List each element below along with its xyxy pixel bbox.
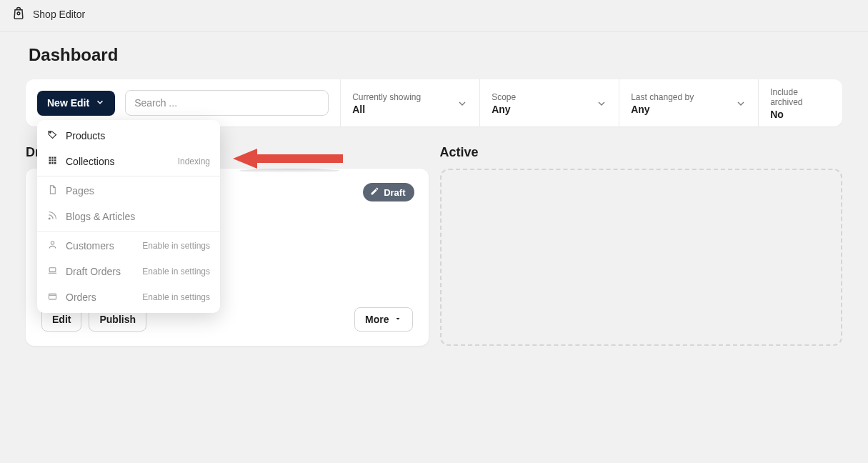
app-logo-icon [11,6,26,23]
indexing-hint: Indexing [178,156,210,166]
dropdown-item-draft-orders: Draft Orders Enable in settings [37,259,220,284]
page-icon [47,184,58,197]
svg-point-2 [50,132,51,134]
caret-down-icon [394,314,402,325]
svg-rect-4 [51,157,54,159]
tag-icon [47,129,58,142]
page-title: Dashboard [29,45,839,65]
laptop-icon [47,265,58,278]
filter-currently-showing[interactable]: Currently showing All [340,79,479,126]
svg-point-0 [17,12,20,15]
more-button[interactable]: More [354,307,412,332]
new-edit-button[interactable]: New Edit [37,91,115,116]
svg-rect-11 [54,162,56,164]
chevron-down-icon [735,98,747,109]
svg-rect-8 [54,159,56,161]
dropdown-separator [37,176,220,176]
box-icon [47,291,58,304]
svg-rect-10 [51,162,54,164]
svg-rect-3 [49,157,51,159]
rss-icon [47,210,58,223]
svg-point-13 [51,242,54,244]
app-title: Shop Editor [33,9,85,20]
filter-last-changed-by[interactable]: Last changed by Any [619,79,758,126]
dropdown-item-customers: Customers Enable in settings [37,233,220,259]
dropdown-item-blogs[interactable]: Blogs & Articles [37,204,220,229]
svg-rect-15 [49,294,56,299]
status-badge-draft: Draft [363,183,414,201]
active-dropzone [440,169,843,346]
svg-rect-5 [54,157,56,159]
grid-icon [47,155,58,168]
svg-rect-14 [49,268,56,272]
chevron-down-icon [457,98,468,109]
new-edit-dropdown: Products Collections Indexing Pages Blog… [37,120,220,313]
svg-point-12 [49,218,50,219]
dropdown-item-orders: Orders Enable in settings [37,284,220,310]
svg-rect-7 [51,159,54,161]
dropdown-item-pages[interactable]: Pages [37,178,220,204]
active-heading: Active [440,145,843,160]
filter-include-archived[interactable]: Include archived No [758,79,842,126]
person-icon [47,239,58,252]
dropdown-item-collections[interactable]: Collections Indexing [37,149,220,174]
dropdown-separator [37,231,220,231]
chevron-down-icon [596,98,607,109]
dropdown-item-products[interactable]: Products [37,123,220,149]
search-input[interactable] [125,90,329,116]
filter-scope[interactable]: Scope Any [479,79,619,126]
pencil-icon [370,186,379,198]
chevron-down-icon [95,97,105,109]
svg-rect-9 [49,162,51,164]
svg-rect-6 [49,159,51,161]
